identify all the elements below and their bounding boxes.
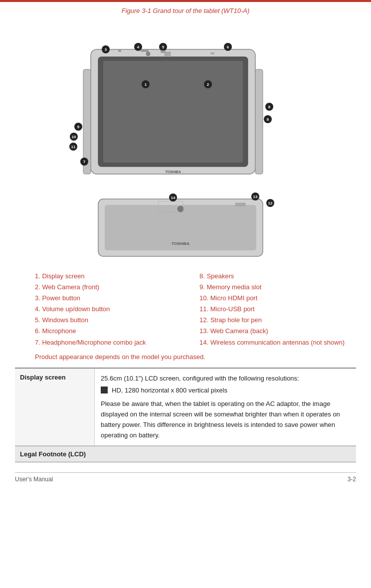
figure-title: Figure 3-1 Grand tour of the tablet (WT1… (15, 7, 356, 14)
part-item-8: 8. Speakers (199, 271, 364, 282)
svg-point-38 (178, 206, 184, 212)
part-item-11: 11. Micro-USB port (199, 304, 364, 315)
svg-rect-40 (235, 203, 245, 206)
spec-label-display: Display screen (15, 369, 95, 446)
part-item-3: 3. Power button (35, 293, 199, 304)
part-item-4: 4. Volume up/down button (35, 304, 199, 315)
footnote-row: Legal Footnote (LCD) (15, 446, 356, 462)
spec-row-display: Display screen 25.6cm (10.1") LCD screen… (15, 369, 356, 446)
svg-text:13: 13 (253, 195, 258, 199)
svg-text:TOSHIBA: TOSHIBA (172, 241, 189, 246)
spec-bullet-text: HD, 1280 horizontal x 800 vertical pixel… (112, 386, 227, 396)
footer-left: User's Manual (15, 476, 53, 483)
svg-text:14: 14 (171, 196, 176, 200)
spec-value-text: 25.6cm (10.1") LCD screen, configured wi… (101, 374, 350, 384)
svg-text:3: 3 (105, 47, 107, 52)
part-item-9: 9. Memory media slot (199, 282, 364, 293)
svg-rect-32 (141, 50, 149, 52)
svg-text:8: 8 (267, 117, 269, 122)
parts-col-right: 8. Speakers 9. Memory media slot 10. Mic… (199, 271, 364, 348)
svg-text:2: 2 (207, 82, 209, 87)
svg-rect-5 (165, 52, 171, 56)
parts-list: 1. Display screen 2. Web Camera (front) … (35, 271, 364, 348)
parts-col-left: 1. Display screen 2. Web Camera (front) … (35, 271, 199, 348)
spec-table: Display screen 25.6cm (10.1") LCD screen… (15, 368, 356, 463)
svg-rect-33 (161, 50, 166, 53)
part-item-2: 2. Web Camera (front) (35, 282, 199, 293)
svg-rect-2 (103, 61, 243, 163)
part-item-13: 13. Web Camera (back) (199, 326, 364, 337)
diagram-area: TOSHIBA 1 2 7 8 9 (15, 19, 356, 264)
svg-text:6: 6 (227, 45, 229, 49)
svg-text:4: 4 (137, 45, 140, 49)
product-note: Product appearance depends on the model … (35, 353, 356, 361)
svg-text:7: 7 (83, 160, 86, 164)
footer-right: 3-2 (348, 476, 356, 483)
svg-text:10: 10 (72, 135, 76, 139)
svg-text:8: 8 (268, 105, 271, 109)
spec-extra-text: Please be aware that, when the tablet is… (101, 399, 350, 440)
svg-rect-22 (255, 69, 263, 174)
svg-rect-6 (210, 52, 214, 54)
spec-value-display: 25.6cm (10.1") LCD screen, configured wi… (95, 369, 356, 446)
page-footer: User's Manual 3-2 (15, 472, 356, 483)
svg-text:9: 9 (77, 125, 80, 129)
part-item-10: 10. Micro HDMI port (199, 293, 364, 304)
tablet-diagram: TOSHIBA 1 2 7 8 9 (41, 19, 330, 264)
spec-bullet: HD, 1280 horizontal x 800 vertical pixel… (101, 386, 350, 396)
svg-text:12: 12 (268, 201, 273, 205)
part-item-6: 6. Microphone (35, 326, 199, 337)
svg-text:TOSHIBA: TOSHIBA (165, 170, 181, 174)
bullet-square-icon (101, 387, 108, 393)
part-item-1: 1. Display screen (35, 271, 199, 282)
svg-rect-31 (118, 50, 121, 52)
part-item-5: 5. Windows button (35, 315, 199, 326)
part-item-7: 7. Headphone/Microphone combo jack (35, 337, 199, 348)
svg-text:5: 5 (162, 45, 165, 49)
svg-text:1: 1 (145, 82, 147, 87)
part-item-12: 12. Strap hole for pen (199, 315, 364, 326)
part-item-14: 14. Wireless communication antennas (not… (199, 337, 364, 348)
svg-text:11: 11 (71, 145, 76, 149)
svg-point-4 (146, 52, 150, 56)
